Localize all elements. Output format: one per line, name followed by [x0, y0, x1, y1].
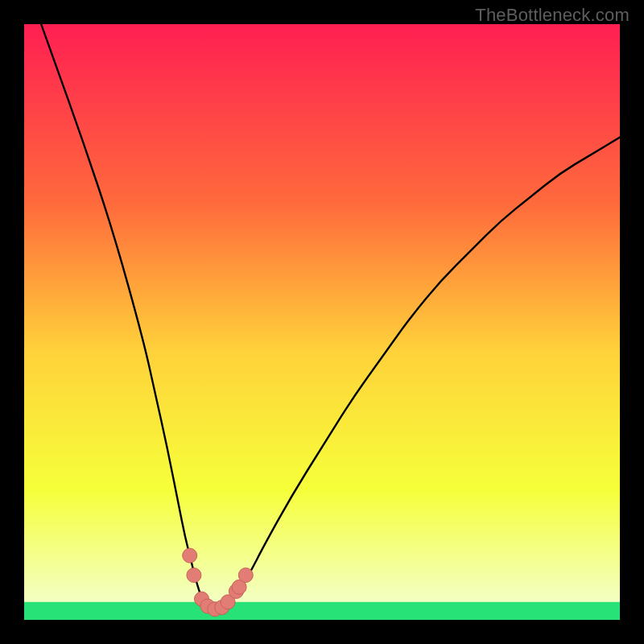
watermark-label: TheBottleneck.com — [475, 5, 630, 26]
bottleneck-chart — [24, 24, 620, 620]
plot-area — [24, 24, 620, 620]
curve-marker — [183, 548, 197, 563]
gradient-background — [24, 24, 620, 620]
curve-marker — [238, 568, 253, 583]
green-good-zone — [24, 602, 620, 620]
outer-frame: TheBottleneck.com — [0, 0, 644, 644]
curve-marker — [187, 568, 201, 583]
